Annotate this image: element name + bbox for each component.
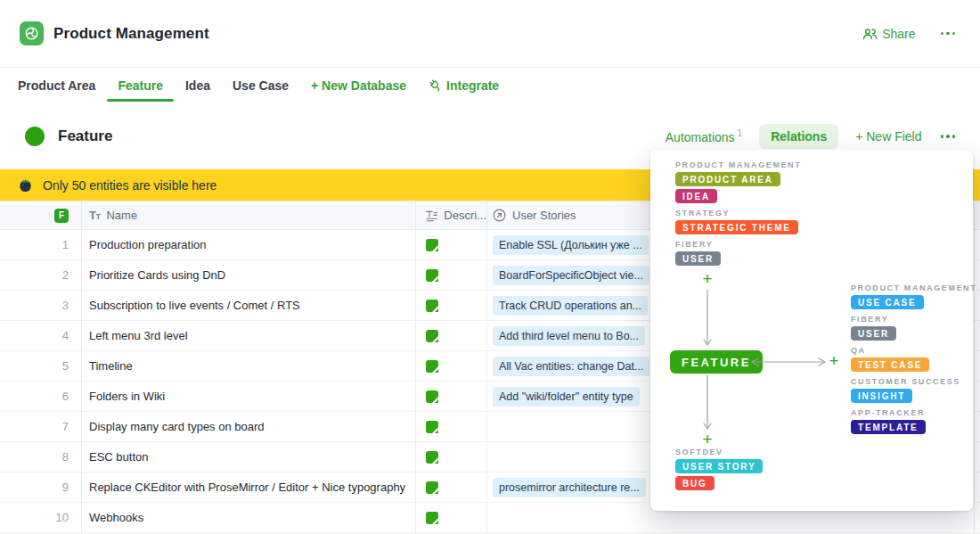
name-cell[interactable]: Left menu 3rd level: [82, 321, 416, 350]
tab-product-area[interactable]: Product Area: [18, 69, 95, 103]
row-number: 4: [62, 329, 69, 342]
rich-text-doc-icon: [426, 269, 438, 282]
share-label: Share: [882, 27, 915, 41]
description-cell[interactable]: [416, 230, 487, 259]
view-title: Feature: [58, 127, 112, 145]
database-badge[interactable]: STRATEGIC THEME: [675, 220, 798, 234]
rich-text-doc-icon: [426, 239, 438, 251]
name-cell[interactable]: Timeline: [82, 351, 416, 381]
database-badge[interactable]: BUG: [675, 476, 715, 490]
app-label: SOFTDEV: [675, 448, 763, 456]
rich-text-doc-icon: [426, 300, 438, 312]
feature-type-icon[interactable]: F: [54, 209, 69, 223]
add-relation-top-button[interactable]: +: [700, 273, 715, 287]
user-story-pill: BoardForSpecificObject vie...: [493, 266, 649, 285]
description-cell[interactable]: [416, 291, 487, 320]
name-cell[interactable]: Subscription to live events / Comet / RT…: [82, 291, 416, 320]
workspace-more-menu-button[interactable]: [939, 29, 958, 39]
banner-text: Only 50 entities are visible here: [43, 178, 216, 193]
integrate-label: Integrate: [446, 78, 499, 93]
database-badge[interactable]: TEST CASE: [851, 357, 929, 372]
relation-arrow-both-icon: [750, 357, 827, 367]
database-badge[interactable]: USE CASE: [851, 295, 924, 309]
relations-left-column: PRODUCT MANAGEMENT PRODUCT AREA IDEA STR…: [675, 160, 801, 268]
text-type-icon: TT: [89, 209, 100, 222]
people-icon: [862, 27, 878, 41]
description-cell[interactable]: [416, 412, 487, 441]
rich-text-doc-icon: [426, 390, 438, 403]
row-number: 6: [62, 390, 69, 403]
name-cell[interactable]: Prioritize Cards using DnD: [82, 260, 416, 290]
column-header-description[interactable]: Descri...: [416, 201, 487, 229]
new-field-button[interactable]: + New Field: [855, 129, 921, 144]
description-cell[interactable]: [416, 442, 487, 472]
new-database-button[interactable]: + New Database: [311, 78, 406, 93]
database-badge[interactable]: USER STORY: [675, 459, 763, 473]
user-story-pill: Add third level menu to Bo...: [493, 326, 645, 346]
row-number: 7: [62, 420, 69, 433]
app-label: APP-TRACKER: [851, 408, 976, 417]
row-number: 2: [62, 268, 69, 282]
relation-arrow-down-icon: [702, 374, 713, 433]
automations-button[interactable]: Automations1: [666, 128, 742, 144]
app-label: PRODUCT MANAGEMENT: [675, 160, 801, 169]
tab-use-case[interactable]: Use Case: [233, 69, 289, 103]
name-cell[interactable]: Folders in Wiki: [82, 382, 416, 411]
plug-icon: [429, 78, 443, 93]
share-button[interactable]: Share: [862, 27, 915, 41]
relation-arrow-down-icon: [702, 289, 713, 349]
add-relation-bottom-button[interactable]: +: [700, 433, 715, 448]
rich-text-doc-icon: [426, 481, 438, 494]
name-cell[interactable]: Display many card types on board: [82, 412, 416, 441]
rich-text-field-icon: [426, 209, 437, 222]
row-number: 3: [62, 299, 69, 312]
description-cell[interactable]: [416, 382, 487, 411]
description-cell[interactable]: [416, 503, 487, 532]
user-story-pill: Track CRUD operations an...: [493, 296, 648, 316]
relations-button[interactable]: Relations: [759, 124, 838, 149]
user-story-pill: All Vac entities: change Dat...: [493, 357, 649, 376]
rich-text-doc-icon: [426, 421, 438, 433]
tab-idea[interactable]: Idea: [185, 69, 210, 103]
database-color-dot: [25, 127, 45, 146]
database-badge[interactable]: USER: [851, 326, 896, 341]
app-label: QA: [851, 346, 976, 355]
app-label: FIBERY: [851, 315, 976, 324]
relations-map-panel: PRODUCT MANAGEMENT PRODUCT AREA IDEA STR…: [650, 150, 973, 511]
database-badge[interactable]: PRODUCT AREA: [675, 172, 780, 186]
relations-bottom-column: SOFTDEV USER STORY BUG: [675, 448, 763, 493]
tab-feature[interactable]: Feature: [118, 69, 163, 103]
rich-text-doc-icon: [426, 451, 438, 464]
description-cell[interactable]: [416, 472, 487, 502]
feature-database-badge[interactable]: FEATURE: [670, 350, 763, 374]
rich-text-doc-icon: [426, 512, 438, 524]
row-number: 9: [62, 481, 69, 494]
database-badge[interactable]: TEMPLATE: [851, 420, 926, 434]
rich-text-doc-icon: [426, 360, 438, 373]
app-label: STRATEGY: [675, 209, 801, 218]
name-cell[interactable]: Webhooks: [82, 503, 416, 532]
database-badge[interactable]: USER: [675, 251, 721, 266]
relation-field-icon: [493, 209, 506, 222]
name-cell[interactable]: ESC button: [82, 442, 416, 472]
name-cell[interactable]: Replace CKEditor with ProseMirror / Edit…: [82, 472, 416, 502]
name-cell[interactable]: Production preparation: [82, 230, 416, 259]
database-badge[interactable]: INSIGHT: [851, 389, 912, 403]
database-badge[interactable]: IDEA: [675, 189, 717, 203]
row-number: 1: [62, 238, 69, 251]
app-header: Product Management Share: [0, 0, 980, 68]
database-tab-bar: Product Area Feature Idea Use Case + New…: [0, 69, 980, 103]
view-more-menu-button[interactable]: [939, 131, 958, 142]
column-header-name[interactable]: TT Name: [82, 201, 416, 229]
description-cell[interactable]: [416, 260, 487, 290]
page-title: Product Management: [53, 25, 209, 43]
user-story-pill: Enable SSL (Долькин уже ...: [493, 235, 649, 255]
add-relation-right-button[interactable]: +: [827, 355, 841, 369]
tomato-icon: [18, 177, 33, 193]
automations-count: 1: [738, 128, 743, 138]
integrate-button[interactable]: Integrate: [429, 78, 499, 93]
description-cell[interactable]: [416, 351, 487, 381]
description-cell[interactable]: [416, 321, 487, 350]
app-label: PRODUCT MANAGEMENT: [851, 283, 976, 292]
workspace-logo-icon: [20, 21, 44, 45]
